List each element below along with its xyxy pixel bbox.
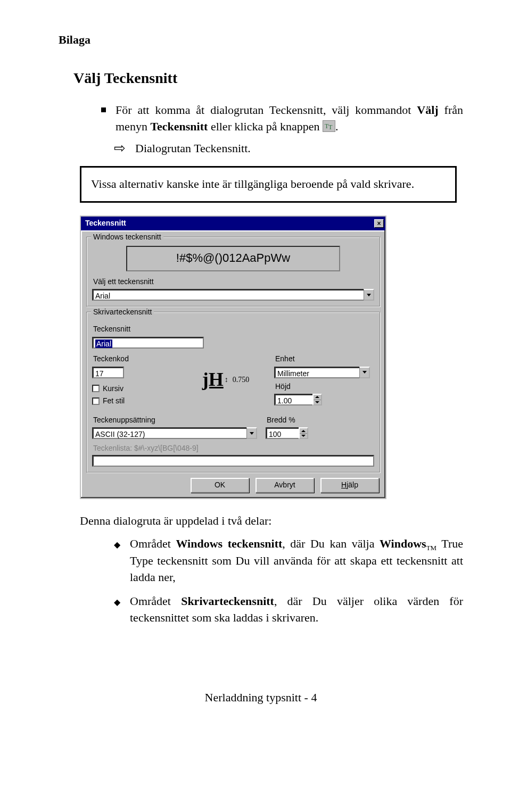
bold-label: Fet stil <box>103 396 125 407</box>
b2-p1: Området <box>130 594 181 608</box>
font-preview: !#$%@()012AaPpWw <box>126 246 341 271</box>
toolbar-font-icon: TT <box>323 120 335 132</box>
after-dialog-intro: Denna dialogruta är uppdelad i två delar… <box>80 513 442 529</box>
dialog-screenshot: Teckensnitt × Windows teckensnitt !#$%@(… <box>80 216 386 499</box>
cancel-button[interactable]: Avbryt <box>256 478 314 493</box>
group-printer-font-legend: Skrivarteckensnitt <box>91 307 154 318</box>
bullet-square-icon <box>101 107 106 112</box>
dialog-titlebar: Teckensnitt × <box>80 216 386 230</box>
b1-tm: TM <box>426 544 437 552</box>
b1-p2: , där Du kan välja <box>282 537 380 550</box>
intro-menu: Teckensnitt <box>150 120 208 133</box>
charset-value: ASCII (32-127) <box>92 427 246 439</box>
svg-text:T: T <box>328 123 333 131</box>
feature-list: ◆ Området Windows teckensnitt, där Du ka… <box>114 536 463 626</box>
charlist-label: Teckenlista: $#\-xyz\[BG[\048-9] <box>93 443 374 454</box>
jh-letters: jH <box>202 366 224 393</box>
group-windows-font: Windows teckensnitt !#$%@()012AaPpWw Väl… <box>86 237 380 307</box>
width-spinner[interactable]: 100 <box>266 427 308 439</box>
height-label: Höjd <box>275 382 370 392</box>
running-head: Bilaga <box>59 32 463 48</box>
charset-combo[interactable]: ASCII (32-127) <box>92 427 257 439</box>
list-item: ◆ Området Windows teckensnitt, där Du ka… <box>114 536 463 586</box>
help-button[interactable]: Hjälp <box>320 478 379 493</box>
intro-tail: eller klicka på knappen <box>208 120 323 133</box>
note-text: Vissa alternativ kanske inte är tillgäng… <box>91 177 414 190</box>
page-heading: Välj Teckensnitt <box>73 68 463 88</box>
list-item-body: Området Windows teckensnitt, där Du kan … <box>130 536 463 586</box>
group-printer-font: Skrivarteckensnitt Teckensnitt Arial Tec… <box>86 312 380 473</box>
dialog-title: Teckensnitt <box>85 218 126 229</box>
list-item: ◆ Området Skrivarteckensnitt, där Du väl… <box>114 593 463 626</box>
dialog-body: Windows teckensnitt !#$%@()012AaPpWw Väl… <box>80 230 386 499</box>
updown-arrow-icon: ↕ <box>225 375 228 385</box>
bold-checkbox[interactable]: Fet stil <box>92 396 177 407</box>
charlist-input[interactable] <box>92 455 374 467</box>
code-input[interactable]: 17 <box>92 367 124 378</box>
help-rest: jälp <box>347 480 358 491</box>
chevron-down-icon[interactable] <box>359 367 370 378</box>
jh-value: 0.750 <box>233 375 250 385</box>
spin-buttons[interactable] <box>299 427 308 439</box>
windows-font-value: Arial <box>92 289 364 301</box>
windows-font-combo[interactable]: Arial <box>92 289 374 301</box>
unit-combo[interactable]: Millimeter <box>274 367 370 378</box>
b2-b1: Skrivarteckensnitt <box>181 594 274 608</box>
checkbox-icon <box>92 397 100 405</box>
code-label: Teckenkod <box>93 354 177 364</box>
unit-label: Enhet <box>275 354 370 364</box>
result-text: Dialogrutan Teckensnitt. <box>135 140 251 157</box>
printer-font-label: Teckensnitt <box>93 324 374 335</box>
diamond-bullet-icon: ◆ <box>114 539 120 551</box>
charset-label: Teckenuppsättning <box>93 415 257 426</box>
checkbox-icon <box>92 385 100 392</box>
help-underline: H <box>341 480 347 491</box>
instruction-item: För att komma åt dialogrutan Teckensnitt… <box>101 102 463 135</box>
spin-buttons[interactable] <box>312 394 322 405</box>
close-icon[interactable]: × <box>374 219 384 228</box>
intro-cmd: Välj <box>417 103 438 117</box>
height-value: 1.00 <box>274 394 312 405</box>
group-windows-font-legend: Windows teckensnitt <box>91 232 163 243</box>
width-value: 100 <box>266 427 299 439</box>
printer-font-input[interactable]: Arial <box>92 337 204 349</box>
chevron-down-icon <box>315 401 319 403</box>
note-box: Vissa alternativ kanske inte är tillgäng… <box>80 166 457 203</box>
chevron-up-icon <box>315 396 319 398</box>
b1-p1: Området <box>130 537 176 550</box>
jh-height-graphic: jH ↕ 0.750 <box>186 364 266 395</box>
chevron-down-icon[interactable] <box>364 289 374 301</box>
dialog-button-row: OK Avbryt Hjälp <box>85 478 381 493</box>
unit-value: Millimeter <box>274 367 359 378</box>
page-footer: Nerladdning typsnitt - 4 <box>59 690 463 706</box>
chevron-down-icon[interactable] <box>246 427 257 439</box>
hand-arrow-icon: ⇨ <box>114 142 126 155</box>
chevron-up-icon <box>301 430 306 432</box>
italic-checkbox[interactable]: Kursiv <box>92 384 177 394</box>
width-label: Bredd % <box>267 415 329 426</box>
intro-prefix: För att komma åt dialogrutan Teckensnitt… <box>116 103 417 117</box>
diamond-bullet-icon: ◆ <box>114 596 120 608</box>
ok-button[interactable]: OK <box>191 478 249 493</box>
height-spinner[interactable]: 1.00 <box>274 394 322 405</box>
italic-label: Kursiv <box>103 384 123 394</box>
chevron-down-icon <box>301 435 306 437</box>
select-font-label: Välj ett teckensnitt <box>93 277 374 287</box>
b1-b2: Windows <box>380 537 426 550</box>
b1-b1: Windows teckensnitt <box>176 537 283 550</box>
instruction-text: För att komma åt dialogrutan Teckensnitt… <box>116 102 463 135</box>
printer-font-value: Arial <box>95 339 112 348</box>
intro-period: . <box>335 120 339 133</box>
result-row: ⇨ Dialogrutan Teckensnitt. <box>114 140 463 157</box>
list-item-body: Området Skrivarteckensnitt, där Du välje… <box>130 593 463 626</box>
